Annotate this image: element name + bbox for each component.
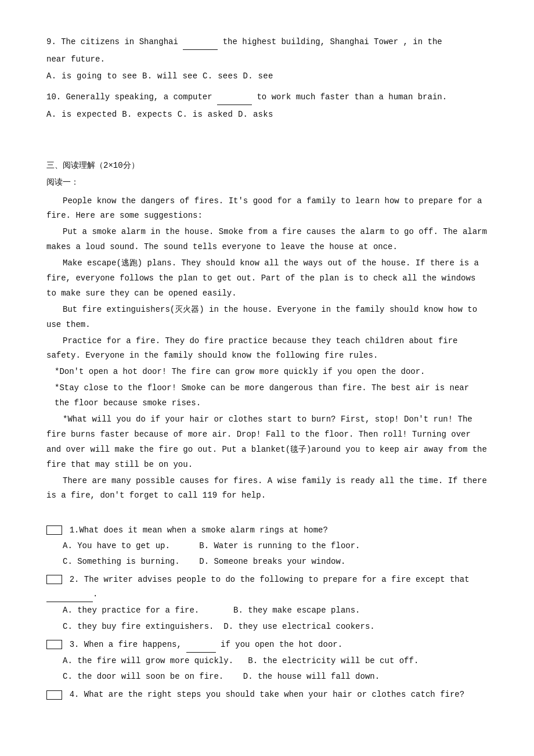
- passage-p7: There are many possible causes for fires…: [46, 474, 488, 504]
- q9-text2: the highest building, Shanghai Tower , i…: [223, 37, 442, 46]
- section-sub: 阅读一：: [46, 175, 488, 190]
- section-title: 三、阅读理解（2×10分）: [46, 159, 488, 173]
- comp-q1: 1.What does it mean when a smoke alarm r…: [46, 523, 488, 538]
- passage-star1: *Don't open a hot door! The fire can gro…: [55, 365, 488, 380]
- comp-q1-text: 1.What does it mean when a smoke alarm r…: [70, 525, 328, 535]
- q10-blank: [217, 90, 252, 105]
- q9-number: 9. The citizens in Shanghai: [46, 37, 178, 46]
- q9-options: A. is going to see B. will see C. sees D…: [46, 69, 488, 84]
- q10-options: A. is expected B. expects C. is asked D.…: [46, 107, 488, 122]
- question-10: 10. Generally speaking, a computer to wo…: [46, 90, 488, 122]
- comp-q2-options2: C. they buy fire extinguishers. D. they …: [63, 620, 488, 634]
- comp-q2: 2. The writer advises people to do the f…: [46, 573, 488, 602]
- comp-q3-text: 3. When a fire happens, if you open the …: [70, 640, 343, 649]
- comp-q4: 4. What are the right steps you should t…: [46, 687, 488, 702]
- passage-p3: Make escape(逃跑) plans. They should know …: [46, 256, 488, 301]
- comp-q4-bracket: [46, 690, 62, 700]
- passage-p4: But fire extinguishers(灭火器) in the house…: [46, 303, 488, 333]
- comp-q3-options: A. the fire will grow more quickly. B. t…: [63, 654, 488, 668]
- q10-text: 10. Generally speaking, a computer to wo…: [46, 90, 488, 105]
- comp-q2-options: A. they practice for a fire. B. they mak…: [63, 603, 488, 618]
- comp-q1-options: A. You have to get up. B. Water is runni…: [63, 539, 488, 553]
- comp-q4-text: 4. What are the right steps you should t…: [70, 690, 465, 699]
- q9-text3: near future.: [46, 52, 488, 67]
- comp-q2-text: 2. The writer advises people to do the f…: [46, 575, 470, 599]
- comp-q3: 3. When a fire happens, if you open the …: [46, 638, 488, 653]
- page-content: 9. The citizens in Shanghai the highest …: [46, 35, 488, 703]
- passage-p6: *What will you do if your hair or clothe…: [46, 412, 488, 473]
- comp-q1-bracket: [46, 525, 62, 535]
- comp-q3-options2: C. the door will soon be on fire. D. the…: [63, 669, 488, 684]
- comp-q3-bracket: [46, 640, 62, 649]
- q9-text: 9. The citizens in Shanghai the highest …: [46, 35, 488, 50]
- q9-blank: [183, 35, 218, 50]
- comp-q2-bracket: [46, 575, 62, 584]
- passage-p5: Practice for a fire. They do fire practi…: [46, 334, 488, 364]
- passage-star2: *Stay close to the floor! Smoke can be m…: [55, 381, 488, 411]
- passage-p1: People know the dangers of fires. It's g…: [46, 194, 488, 224]
- question-9: 9. The citizens in Shanghai the highest …: [46, 35, 488, 84]
- passage: People know the dangers of fires. It's g…: [46, 194, 488, 504]
- passage-p2: Put a smoke alarm in the house. Smoke fr…: [46, 225, 488, 255]
- comp-q1-options2: C. Something is burning. D. Someone brea…: [63, 555, 488, 569]
